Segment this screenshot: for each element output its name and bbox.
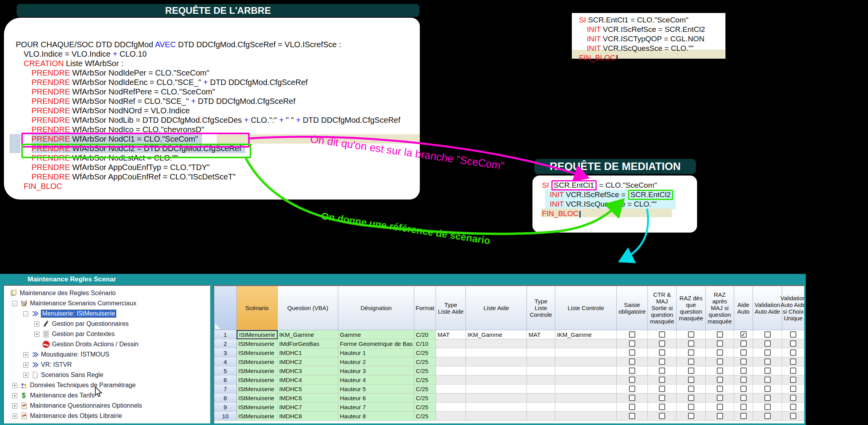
tree-expand-icon[interactable]: + bbox=[12, 414, 17, 419]
checkbox-cell[interactable] bbox=[617, 384, 648, 394]
grid-cell[interactable]: C/25 bbox=[414, 412, 436, 421]
tree-item-label[interactable]: Gestion par Questionnaires bbox=[52, 320, 129, 327]
checkbox-unchecked[interactable] bbox=[717, 349, 723, 356]
grid-cell[interactable] bbox=[466, 384, 527, 394]
column-header[interactable]: Scénario bbox=[237, 286, 278, 330]
checkbox-unchecked[interactable] bbox=[659, 413, 665, 419]
column-header[interactable]: Désignation bbox=[338, 286, 414, 330]
tree-item-label[interactable]: Scenarios Sans Regle bbox=[41, 371, 103, 379]
grid-cell[interactable]: C/25 bbox=[414, 394, 436, 403]
tree-item-label[interactable]: Maintenance Questionnaires Optionnels bbox=[30, 402, 142, 409]
row-number[interactable]: 8 bbox=[214, 394, 237, 403]
tree-item[interactable]: -Maintenance Scenarios Commerciaux bbox=[4, 298, 210, 309]
row-number[interactable]: 1 bbox=[214, 330, 237, 339]
checkbox-unchecked[interactable] bbox=[629, 331, 635, 338]
checkbox-cell[interactable] bbox=[753, 384, 782, 394]
checkbox-cell[interactable] bbox=[648, 403, 677, 412]
checkbox-unchecked[interactable] bbox=[717, 340, 723, 347]
checkbox-unchecked[interactable] bbox=[717, 358, 723, 365]
tree-expand-icon[interactable]: + bbox=[12, 383, 17, 388]
grid-cell[interactable]: Hauteur 7 bbox=[338, 403, 414, 412]
checkbox-cell[interactable] bbox=[706, 384, 734, 394]
grid-cell[interactable]: IKM_Gamme bbox=[466, 330, 527, 339]
grid-cell[interactable] bbox=[555, 375, 617, 384]
checkbox-cell[interactable] bbox=[617, 394, 648, 403]
grid-cell[interactable]: IStMenuiserie bbox=[237, 339, 278, 348]
checkbox-unchecked[interactable] bbox=[688, 413, 694, 419]
grid-cell[interactable] bbox=[555, 412, 617, 421]
checkbox-cell[interactable] bbox=[753, 403, 782, 412]
grid-cell[interactable] bbox=[466, 357, 527, 366]
checkbox-cell[interactable] bbox=[706, 330, 734, 339]
grid-cell[interactable]: IMDHC1 bbox=[278, 348, 338, 357]
grid-cell[interactable]: IStMenuiserie bbox=[237, 375, 278, 384]
grid-cell[interactable]: IMDHC7 bbox=[278, 403, 338, 412]
tree-item-label[interactable]: Maintenance des Objets Librairie bbox=[30, 412, 122, 419]
grid-cell[interactable]: C/20 bbox=[414, 330, 436, 339]
checkbox-unchecked[interactable] bbox=[790, 377, 796, 383]
grid-cell[interactable] bbox=[436, 357, 466, 366]
grid-cell[interactable] bbox=[555, 384, 617, 394]
checkbox-unchecked[interactable] bbox=[717, 368, 723, 374]
grid-cell[interactable] bbox=[527, 366, 555, 375]
grid-cell[interactable] bbox=[527, 357, 555, 366]
grid-cell[interactable]: IMDHC3 bbox=[278, 366, 338, 375]
column-header[interactable]: Type Liste Controle bbox=[527, 286, 555, 330]
checkbox-unchecked[interactable] bbox=[790, 404, 796, 410]
checkbox-cell[interactable] bbox=[648, 348, 677, 357]
checkbox-unchecked[interactable] bbox=[659, 404, 665, 410]
checkbox-unchecked[interactable] bbox=[659, 377, 665, 383]
grid-cell[interactable]: IStMenuiserie bbox=[237, 366, 278, 375]
grid-cell[interactable]: IStMenuiserie bbox=[237, 384, 278, 394]
grid-cell[interactable] bbox=[555, 394, 617, 403]
tree-item-label[interactable]: Maintenance des Tarifs bbox=[30, 392, 95, 399]
tree-item[interactable]: +Scenarios Sans Regle bbox=[4, 370, 210, 380]
tree-item[interactable]: +VR: ISTVR bbox=[4, 360, 210, 370]
checkbox-unchecked[interactable] bbox=[659, 340, 665, 347]
grid-cell[interactable]: IKM_Gamme bbox=[278, 330, 338, 339]
checkbox-cell[interactable] bbox=[734, 348, 753, 357]
grid-cell[interactable]: IMdForGeoBas bbox=[278, 339, 338, 348]
checkbox-unchecked[interactable] bbox=[688, 358, 694, 365]
checkbox-cell[interactable] bbox=[782, 412, 804, 421]
column-header[interactable]: Format bbox=[414, 286, 436, 330]
checkbox-unchecked[interactable] bbox=[629, 340, 635, 347]
tree-item[interactable]: +Maintenance Questionnaires Optionnels bbox=[4, 401, 210, 411]
checkbox-cell[interactable] bbox=[617, 412, 648, 421]
grid-cell[interactable] bbox=[555, 403, 617, 412]
tree-item[interactable]: +Données Techniques de Paramétrage bbox=[4, 380, 210, 390]
tree-item[interactable]: +Maintenance des Objets Librairie bbox=[4, 411, 210, 421]
checkbox-unchecked[interactable] bbox=[659, 331, 665, 338]
checkbox-cell[interactable] bbox=[782, 394, 804, 403]
checkbox-cell[interactable] bbox=[782, 339, 804, 348]
checkbox-cell[interactable] bbox=[734, 403, 753, 412]
grid-cell[interactable] bbox=[466, 403, 527, 412]
checkbox-unchecked[interactable] bbox=[717, 404, 723, 410]
checkbox-unchecked[interactable] bbox=[740, 413, 747, 419]
grid-cell[interactable]: Hauteur 6 bbox=[338, 394, 414, 403]
row-number[interactable]: 2 bbox=[214, 339, 237, 348]
checkbox-cell[interactable] bbox=[753, 348, 782, 357]
tree-expand-icon[interactable]: + bbox=[34, 322, 39, 327]
checkbox-unchecked[interactable] bbox=[740, 404, 747, 410]
checkbox-cell[interactable] bbox=[648, 339, 677, 348]
checkbox-unchecked[interactable] bbox=[740, 340, 747, 347]
checkbox-cell[interactable] bbox=[706, 394, 734, 403]
checkbox-unchecked[interactable] bbox=[790, 413, 796, 419]
tree-item-label[interactable]: Gestion par Contextes bbox=[52, 331, 115, 338]
checkbox-cell[interactable] bbox=[617, 366, 648, 375]
grid-cell[interactable]: Hauteur 5 bbox=[338, 384, 414, 394]
grid-cell[interactable]: Hauteur 3 bbox=[338, 366, 414, 375]
grid-cell[interactable] bbox=[466, 375, 527, 384]
checkbox-unchecked[interactable] bbox=[659, 386, 665, 392]
column-header[interactable]: RAZ après MAJ si question masquée bbox=[706, 286, 734, 330]
checkbox-cell[interactable] bbox=[782, 384, 804, 394]
checkbox-unchecked[interactable] bbox=[764, 368, 771, 374]
checkbox-unchecked[interactable] bbox=[629, 358, 635, 365]
checkbox-cell[interactable] bbox=[677, 412, 706, 421]
grid-cell[interactable]: IMDHC4 bbox=[278, 375, 338, 384]
column-header[interactable]: Type Liste Aide bbox=[436, 286, 466, 330]
tree-item-label[interactable]: Moustiquaire: ISTMOUS bbox=[41, 351, 109, 358]
checkbox-cell[interactable] bbox=[753, 357, 782, 366]
checkbox-unchecked[interactable] bbox=[764, 377, 771, 383]
